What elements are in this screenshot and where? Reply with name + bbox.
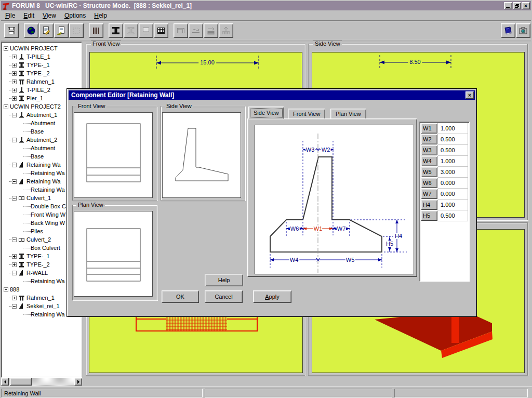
row-header-w6[interactable]: W6	[421, 178, 437, 188]
tree-item-label: Abutment_2	[26, 137, 57, 143]
toolbar-button-edit-document[interactable]	[39, 23, 54, 38]
scroll-left-button[interactable]	[1, 378, 9, 386]
cancel-button[interactable]: Cancel	[205, 290, 243, 303]
table-row-w5: W53.000	[421, 167, 469, 178]
pi-icon	[18, 295, 25, 301]
row-header-w4[interactable]: W4	[421, 156, 437, 166]
cell-h4[interactable]: 1.000	[438, 200, 468, 210]
tree-expand-minus[interactable]	[12, 304, 17, 309]
tree-item-ucwin-project[interactable]: UCWIN PROJECT	[2, 44, 82, 52]
row-header-w1[interactable]: W1	[421, 123, 437, 134]
menu-item-edit[interactable]: Edit	[19, 11, 38, 20]
close-button[interactable]: ×	[522, 2, 530, 9]
minimize-button[interactable]	[504, 2, 512, 9]
front-view-shape	[74, 113, 152, 197]
tree-item-label: Culvert_2	[26, 236, 51, 243]
tab-front-view[interactable]: Front View	[288, 109, 325, 119]
tree-expand-minus[interactable]	[4, 46, 8, 51]
ok-button[interactable]: OK	[162, 290, 199, 303]
tree-expand-plus[interactable]	[12, 88, 17, 92]
tab-side-view[interactable]: Side View	[248, 107, 284, 119]
toolbar-button-selection[interactable]	[69, 23, 84, 38]
toolbar-button-pillar[interactable]	[89, 23, 103, 38]
cell-w1[interactable]: 1.000	[438, 123, 468, 134]
row-header-w2[interactable]: W2	[421, 134, 437, 144]
tree-expand-plus[interactable]	[12, 254, 17, 259]
tree-item-label: Sekkei_rei_1	[26, 303, 60, 309]
tree-expand-minus[interactable]	[12, 163, 17, 167]
tree-expand-plus[interactable]	[12, 55, 17, 59]
cell-w7[interactable]: 0.000	[438, 189, 468, 200]
tree-horizontal-scrollbar[interactable]	[1, 378, 82, 386]
ibeam-icon	[18, 62, 25, 69]
help-button[interactable]: Help	[205, 274, 243, 286]
scroll-thumb[interactable]	[10, 378, 32, 386]
row-header-w7[interactable]: W7	[421, 189, 437, 199]
scroll-right-button[interactable]	[74, 378, 82, 386]
toolbar-button-box-culvert[interactable]	[174, 23, 188, 38]
toolbar-button-book[interactable]	[501, 23, 515, 38]
app-logo-icon	[2, 2, 10, 10]
row-header-w5[interactable]: W5	[421, 167, 437, 177]
apply-button[interactable]: Apply	[253, 290, 291, 303]
tree-expand-plus[interactable]	[12, 96, 17, 101]
wall-icon	[18, 178, 25, 185]
tree-expand-plus[interactable]	[12, 79, 17, 84]
toolbar-button-globe[interactable]	[24, 23, 38, 38]
tree-expand-minus[interactable]	[12, 237, 17, 242]
toolbar-button-save[interactable]	[4, 23, 19, 38]
tree-item-type-1[interactable]: TYPE-_1	[2, 61, 82, 69]
tree-expand-plus[interactable]	[12, 262, 17, 267]
tree-expand-plus[interactable]	[12, 71, 17, 76]
tree-expand-minus[interactable]	[4, 287, 8, 292]
tree-connector	[23, 123, 31, 124]
wall-outline	[270, 157, 382, 252]
tree-expand-plus[interactable]	[12, 296, 17, 300]
row-header-h5[interactable]: H5	[421, 210, 437, 221]
tree-expand-minus[interactable]	[12, 138, 17, 142]
toolbar-button-camera[interactable]	[516, 23, 530, 38]
menu-item-options[interactable]: Options	[60, 11, 90, 20]
cell-w5[interactable]: 3.000	[438, 167, 468, 178]
tree-expand-plus[interactable]	[12, 63, 17, 68]
toolbar-button-piles[interactable]	[219, 23, 233, 38]
toolbar-button-t-pile-alt[interactable]	[124, 23, 138, 38]
cell-w2[interactable]: 0.500	[438, 134, 468, 145]
dim-label-w2: W2	[322, 147, 330, 153]
tree-item-label: TYPE-_2	[26, 261, 50, 268]
row-header-w3[interactable]: W3	[421, 145, 437, 155]
menu-item-help[interactable]: Help	[90, 11, 111, 20]
menu-item-view[interactable]: View	[38, 11, 60, 20]
cell-w3[interactable]: 0.500	[438, 145, 468, 156]
scroll-track[interactable]	[9, 378, 74, 386]
tree-item-t-pile-1[interactable]: T-PILE_1	[2, 52, 82, 61]
tree-expand-minus[interactable]	[12, 179, 17, 184]
toolbar-button-workstation[interactable]	[139, 23, 153, 38]
viewport-side-label: Side View	[313, 41, 342, 47]
tree-expand-minus[interactable]	[12, 113, 17, 117]
dialog-close-button[interactable]: ×	[466, 91, 474, 99]
toolbar-button-ground-section[interactable]	[189, 23, 203, 38]
row-header-h4[interactable]: H4	[421, 200, 437, 210]
tree-expand-minus[interactable]	[4, 104, 8, 109]
close-icon: ×	[524, 3, 527, 8]
front-span-dimension: 15.00	[198, 59, 216, 65]
tree-connector	[23, 231, 31, 232]
tree-item-type-2[interactable]: TYPE-_2	[2, 69, 82, 77]
toolbar-button-grid[interactable]	[154, 23, 168, 38]
menu-item-file[interactable]: File	[1, 11, 19, 20]
tree-expand-minus[interactable]	[12, 196, 17, 201]
cell-h5[interactable]: 0.500	[438, 210, 468, 221]
triangle-right-icon	[77, 380, 79, 384]
tree-item-label: Back Wing W	[31, 220, 65, 226]
toolbar-button-move-right[interactable]	[204, 23, 218, 38]
tree-expand-minus[interactable]	[12, 271, 17, 275]
toolbar-button-t-pile[interactable]	[109, 23, 123, 38]
toolbar-button-export-document[interactable]	[54, 23, 69, 38]
tab-plan-view[interactable]: Plan View	[330, 109, 366, 119]
tree-connector	[23, 281, 31, 282]
cell-w4[interactable]: 1.000	[438, 156, 468, 167]
tree-item-rahmen-1[interactable]: Rahmen_1	[2, 77, 82, 86]
cell-w6[interactable]: 0.000	[438, 178, 468, 189]
restore-button[interactable]	[513, 2, 521, 9]
